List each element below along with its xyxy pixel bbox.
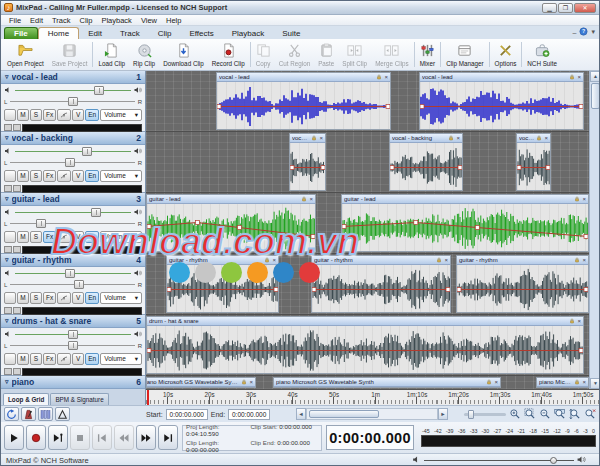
- v-button[interactable]: V: [72, 231, 84, 243]
- lock-icon[interactable]: [241, 379, 247, 386]
- ribbon-mixer-button[interactable]: Mixer: [416, 40, 439, 69]
- restore-button[interactable]: ❐: [558, 3, 573, 13]
- envelope-button[interactable]: [57, 109, 71, 121]
- menu-view[interactable]: View: [137, 16, 161, 25]
- clip-header[interactable]: guitar - rhythm×: [312, 256, 450, 265]
- fx-button[interactable]: Fx: [43, 170, 56, 182]
- scrollbar-thumb[interactable]: [591, 83, 600, 109]
- clip-drum-hat-snare[interactable]: drum - hat & snare×: [146, 316, 584, 374]
- clip-piano-microsoft-gs-wavetable-synth[interactable]: piano Microsoft GS Wavetable Synth×: [146, 377, 256, 388]
- track-title[interactable]: ▿vocal - backing2: [1, 132, 145, 145]
- fx-button[interactable]: Fx: [43, 109, 56, 121]
- zoom-reset-icon[interactable]: [584, 408, 596, 421]
- chevron-down-icon[interactable]: ▿: [5, 317, 9, 325]
- lock-icon[interactable]: [574, 196, 580, 203]
- envelope-enable-button[interactable]: En: [85, 109, 99, 121]
- close-icon[interactable]: ×: [309, 196, 313, 202]
- menu-file[interactable]: File: [5, 16, 25, 25]
- zoom-project-icon[interactable]: [554, 408, 566, 421]
- close-icon[interactable]: ×: [544, 135, 548, 141]
- fx-button[interactable]: Fx: [43, 353, 56, 365]
- mute-button[interactable]: M: [17, 170, 29, 182]
- menu-help[interactable]: Help: [162, 16, 185, 25]
- close-icon[interactable]: ×: [272, 257, 276, 263]
- playhead[interactable]: [147, 390, 149, 405]
- pan-slider[interactable]: [10, 219, 134, 228]
- fx-button[interactable]: Fx: [43, 231, 56, 243]
- arm-button[interactable]: [4, 353, 16, 365]
- solo-button[interactable]: S: [30, 170, 42, 182]
- pan-slider[interactable]: [10, 341, 134, 350]
- volume-handle[interactable]: [65, 269, 75, 278]
- clip-guitar-rhythm[interactable]: guitar - rhythm×: [456, 255, 589, 313]
- clip-header[interactable]: piano Microsoft GS Wavetable Synth×: [147, 378, 255, 387]
- track-title[interactable]: ▿guitar - lead3: [1, 193, 145, 206]
- track-title[interactable]: ▿drums - hat & snare5: [1, 315, 145, 328]
- zoom-in-icon[interactable]: [509, 408, 521, 421]
- ribbon-open-project-button[interactable]: Open Project: [3, 40, 48, 69]
- mute-button[interactable]: M: [17, 353, 29, 365]
- volume-handle[interactable]: [91, 208, 101, 217]
- loop-button[interactable]: [4, 407, 19, 421]
- ribbon-options-button[interactable]: Options: [491, 40, 521, 69]
- chevron-down-icon[interactable]: ▿: [5, 73, 9, 81]
- tab-playback[interactable]: Playback: [223, 28, 273, 39]
- v-button[interactable]: V: [72, 170, 84, 182]
- timeline-lane-6[interactable]: piano Microsoft GS Wavetable Synth×piano…: [146, 376, 589, 389]
- fast-forward-button[interactable]: [136, 425, 156, 450]
- arm-button[interactable]: [4, 170, 16, 182]
- record-button[interactable]: [26, 425, 46, 450]
- lock-icon[interactable]: [486, 379, 492, 386]
- volume-slider[interactable]: [15, 269, 131, 278]
- timeline-lane-3[interactable]: guitar - lead×guitar - lead×: [146, 193, 589, 254]
- go-to-end-button[interactable]: [158, 425, 178, 450]
- mute-button[interactable]: M: [17, 231, 29, 243]
- scroll-left-icon[interactable]: ◄: [296, 408, 306, 420]
- arm-button[interactable]: [4, 231, 16, 243]
- close-icon[interactable]: ×: [582, 257, 586, 263]
- lock-icon[interactable]: [301, 196, 307, 203]
- menu-edit[interactable]: Edit: [26, 16, 47, 25]
- scroll-right-icon[interactable]: ►: [438, 408, 448, 420]
- ribbon-nch-suite-button[interactable]: NCH Suite: [523, 40, 561, 69]
- lock-icon[interactable]: [376, 74, 382, 81]
- tab-loop-grid[interactable]: Loop & Grid: [3, 393, 49, 405]
- close-icon[interactable]: ×: [582, 196, 586, 202]
- scrollbar-thumb[interactable]: [309, 410, 379, 418]
- clip-vocal-lead[interactable]: vocal - lead×: [216, 72, 391, 130]
- lock-icon[interactable]: [311, 135, 317, 142]
- v-button[interactable]: V: [72, 353, 84, 365]
- ribbon-load-clip-button[interactable]: Load Clip: [94, 40, 129, 69]
- timeline-lane-2[interactable]: vocal - backing×vocal - backing×vocal - …: [146, 132, 589, 193]
- close-icon[interactable]: ×: [582, 379, 586, 385]
- envelope-enable-button[interactable]: En: [85, 353, 99, 365]
- chevron-down-icon[interactable]: ▿: [5, 195, 9, 203]
- zoom-selection-icon[interactable]: [524, 408, 536, 421]
- chevron-down-icon[interactable]: ▿: [5, 378, 9, 386]
- ribbon-record-clip-button[interactable]: Record Clip: [208, 40, 249, 69]
- menu-playback[interactable]: Playback: [97, 16, 135, 25]
- timeline-lane-1[interactable]: vocal - lead×vocal - lead×: [146, 71, 589, 132]
- automation-dropdown[interactable]: Volume▾: [100, 231, 142, 243]
- lock-icon[interactable]: [574, 379, 580, 386]
- clip-header[interactable]: vocal - backing×: [390, 134, 462, 143]
- automation-dropdown[interactable]: Volume▾: [100, 109, 142, 121]
- timeline-ruler[interactable]: 10s20s30s40s50s1m1m:10s1m:20s1m:30s1m:40…: [146, 389, 600, 405]
- lock-icon[interactable]: [574, 257, 580, 264]
- clip-header[interactable]: vocal - backing×: [517, 134, 550, 143]
- snap-button[interactable]: [55, 407, 70, 421]
- fx-button[interactable]: Fx: [43, 292, 56, 304]
- volume-handle[interactable]: [82, 147, 92, 156]
- automation-dropdown[interactable]: Volume▾: [100, 353, 142, 365]
- horizontal-scrollbar[interactable]: ◄ ►: [296, 408, 448, 420]
- v-button[interactable]: V: [72, 109, 84, 121]
- pan-slider[interactable]: [10, 280, 134, 289]
- close-icon[interactable]: ×: [384, 74, 388, 80]
- start-field[interactable]: 0:00:00.000: [166, 409, 208, 420]
- tab-suite[interactable]: Suite: [273, 28, 309, 39]
- clip-header[interactable]: vocal - lead×: [420, 73, 583, 82]
- clip-header[interactable]: guitar - lead×: [147, 195, 315, 204]
- clip-header[interactable]: guitar - rhythm×: [167, 256, 278, 265]
- mute-button[interactable]: M: [17, 292, 29, 304]
- solo-button[interactable]: S: [30, 292, 42, 304]
